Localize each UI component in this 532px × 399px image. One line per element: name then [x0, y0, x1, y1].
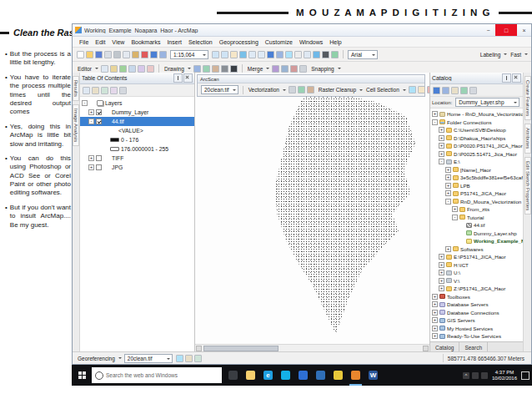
- expand-toggle[interactable]: -: [452, 215, 458, 220]
- expand-toggle[interactable]: +: [439, 278, 444, 284]
- layer-visibility-checkbox[interactable]: [96, 155, 102, 161]
- list-by-selection-icon[interactable]: [110, 87, 118, 94]
- fixed-zoom-out-icon[interactable]: [258, 51, 265, 58]
- arcscan-raster-combo[interactable]: 20clean.tif: [201, 85, 238, 94]
- taskbar-search-input[interactable]: Search the web and Windows: [92, 367, 222, 383]
- expand-toggle[interactable]: -: [88, 119, 94, 124]
- raster-painting-icon[interactable]: [418, 86, 425, 93]
- link-table-icon[interactable]: [185, 355, 193, 362]
- catalog-tree-item[interactable]: + U:\: [430, 269, 523, 277]
- close-button[interactable]: ×: [517, 24, 531, 36]
- map-scale-combo[interactable]: 1:15,064: [170, 50, 208, 59]
- print-icon[interactable]: [104, 51, 112, 58]
- delete-icon[interactable]: [141, 51, 148, 58]
- dock-tab[interactable]: Edit Sketch Properties: [524, 157, 531, 215]
- catalog-tree-item[interactable]: + Database Connections: [430, 309, 523, 317]
- expand-toggle[interactable]: +: [439, 135, 444, 141]
- catalog-tree-item[interactable]: + D:\Dhakua_Haor\ships: [430, 134, 523, 143]
- find-icon[interactable]: [322, 51, 329, 58]
- menu-item[interactable]: View: [108, 39, 128, 45]
- catalog-tree-item[interactable]: + E:\P51741_JICA_Haor: [430, 253, 523, 261]
- toc-tree-item[interactable]: - 44.tif: [80, 117, 194, 126]
- copy-icon[interactable]: [123, 51, 130, 58]
- store-icon[interactable]: [277, 365, 294, 386]
- photos-icon[interactable]: [294, 365, 312, 386]
- refresh-icon[interactable]: [460, 87, 468, 94]
- expand-toggle[interactable]: +: [445, 190, 451, 196]
- catalog-tree-item[interactable]: + P51741_JICA_Haor: [430, 189, 523, 198]
- expand-toggle[interactable]: +: [439, 143, 444, 149]
- full-extent-icon[interactable]: [239, 51, 247, 58]
- straight-segment-icon[interactable]: [119, 65, 127, 73]
- maximize-button[interactable]: □: [495, 24, 517, 36]
- expand-toggle[interactable]: +: [432, 294, 438, 300]
- auto-hide-pin-icon[interactable]: [173, 73, 183, 83]
- catalog-options-icon[interactable]: [469, 87, 477, 94]
- redo-icon[interactable]: [159, 51, 167, 58]
- arcscan-title[interactable]: ArcScan: [198, 75, 424, 83]
- toc-tree-item[interactable]: + JPG: [80, 163, 194, 172]
- expand-toggle[interactable]: +: [445, 167, 451, 173]
- close-panel-icon[interactable]: [512, 73, 521, 83]
- select-connected-cells-icon[interactable]: [409, 86, 416, 93]
- expand-toggle[interactable]: +: [88, 109, 94, 115]
- task-view-icon[interactable]: [224, 365, 242, 386]
- georeferencing-menu[interactable]: Georeferencing: [75, 353, 123, 363]
- scroll-right-arrow[interactable]: [423, 346, 429, 351]
- menu-item[interactable]: Geoprocessing: [216, 39, 262, 45]
- catalog-tree-item[interactable]: + Home - RnD_Mouza_Vectorization: [430, 110, 523, 119]
- menu-item[interactable]: Windows: [296, 39, 326, 45]
- up-one-level-icon[interactable]: [451, 87, 459, 94]
- toc-tree-item[interactable]: - Layers: [80, 98, 194, 108]
- expand-toggle[interactable]: +: [445, 246, 451, 252]
- catalog-tree-item[interactable]: - Folder Connections: [430, 119, 523, 127]
- menu-item[interactable]: Insert: [163, 39, 185, 45]
- catalog-tree-item[interactable]: + Ready-To-Use Services: [430, 332, 523, 341]
- edit-annotation-icon[interactable]: [110, 65, 118, 73]
- menu-item[interactable]: Bookmarks: [128, 39, 163, 45]
- circle-icon[interactable]: [212, 65, 219, 73]
- paste-icon[interactable]: [132, 51, 139, 58]
- font-combo[interactable]: Arial: [348, 50, 378, 59]
- fixed-zoom-in-icon[interactable]: [248, 51, 256, 58]
- toc-tree-item[interactable]: 176.0000001 - 255: [80, 144, 194, 154]
- list-by-visibility-icon[interactable]: [101, 87, 108, 94]
- catalog-tree-item[interactable]: + From_zits: [430, 205, 523, 214]
- catalog-location-combo[interactable]: Dummy_Layer.shp: [455, 98, 519, 107]
- topology-icon[interactable]: [272, 65, 279, 73]
- catalog-tree-item[interactable]: - RnD_Mouza_Vectorization: [430, 198, 523, 206]
- menu-item[interactable]: Selection: [185, 39, 216, 45]
- expand-toggle[interactable]: +: [88, 155, 94, 161]
- undo-icon[interactable]: [150, 51, 158, 58]
- dock-tab[interactable]: Attributes: [524, 124, 531, 153]
- catalog-tree-item[interactable]: + Softwares: [430, 245, 523, 254]
- toc-tree-item[interactable]: + TIFF: [80, 154, 194, 163]
- arcmap-icon[interactable]: [347, 365, 364, 386]
- trace-icon[interactable]: [138, 65, 145, 73]
- action-center-icon[interactable]: [521, 371, 529, 380]
- expand-toggle[interactable]: -: [445, 199, 451, 205]
- list-by-drawing-order-icon[interactable]: [83, 87, 90, 94]
- catalog-tree-item[interactable]: + Z:\P51741_JICA_Haor: [430, 285, 523, 293]
- minimize-button[interactable]: −: [481, 24, 495, 36]
- expand-toggle[interactable]: +: [445, 174, 451, 180]
- expand-toggle[interactable]: +: [432, 317, 438, 323]
- volume-icon[interactable]: [481, 372, 488, 379]
- menu-item[interactable]: Customize: [262, 39, 296, 45]
- expand-toggle[interactable]: +: [432, 326, 438, 331]
- line-icon[interactable]: [221, 65, 228, 73]
- point-tool-icon[interactable]: [147, 65, 154, 73]
- catalog-tree-item[interactable]: + GIS Servers: [430, 316, 523, 325]
- hidden-icons-chevron-icon[interactable]: ^: [463, 372, 469, 379]
- catalog-tree-item[interactable]: + My Hosted Services: [430, 325, 523, 333]
- expand-toggle[interactable]: +: [432, 301, 438, 307]
- expand-toggle[interactable]: +: [452, 206, 458, 212]
- select-elements-icon[interactable]: [304, 51, 311, 58]
- menu-item[interactable]: Edit: [92, 39, 108, 45]
- menu-item[interactable]: Help: [326, 39, 344, 45]
- expand-toggle[interactable]: +: [88, 164, 94, 170]
- catalog-tree-item[interactable]: - E:\: [430, 158, 523, 166]
- chrome-icon[interactable]: [329, 365, 347, 386]
- cut-icon[interactable]: [113, 51, 121, 58]
- expand-toggle[interactable]: +: [439, 254, 444, 260]
